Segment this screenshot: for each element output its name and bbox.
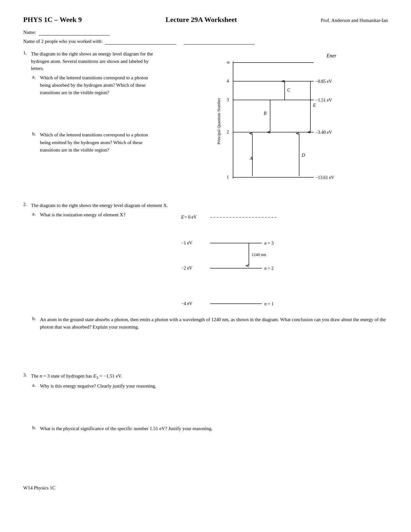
- q2a-text: What is the ionization energy of element…: [40, 211, 125, 219]
- q3a-answer-space: [23, 393, 388, 425]
- footer-space: [23, 440, 388, 466]
- q3b-text: What is the physical significance of the…: [40, 425, 212, 432]
- infinity-label: ∞: [227, 60, 230, 65]
- q3-text: The n = 3 state of hydrogen has E3 = −1.…: [31, 372, 122, 381]
- element-x-energy-diagram: E = 0 eV −1 eV n = 3 1240 nm −2 eV n = 2…: [178, 202, 288, 311]
- energy-label: Energy: [326, 53, 336, 59]
- worked-input-1[interactable]: [105, 39, 176, 44]
- neg1ev-label: −1 eV: [181, 241, 192, 245]
- q1a-text: Which of the lettered transitions corres…: [40, 74, 159, 97]
- q1a-letter: a.: [32, 74, 40, 80]
- q2-header: 2. The diagram to the right shows the en…: [23, 202, 178, 209]
- q1b-text: Which of the lettered transitions corres…: [40, 131, 159, 154]
- q3a-text: Why is this energy negative? Clearly jus…: [40, 382, 156, 390]
- energy-diagram-1-container: Energy ∞ 4 −0.85 eV 3 −1.51 eV 2 −3.40 e…: [159, 50, 388, 189]
- name-input[interactable]: [39, 30, 110, 35]
- footer: W14 Physics 1C: [23, 485, 388, 491]
- neg4ev-label: −4 eV: [181, 301, 192, 306]
- energy-3: −1.51 eV: [315, 98, 332, 103]
- energy-4: −0.85 eV: [315, 79, 332, 84]
- n1-x-label: n = 1: [264, 301, 274, 306]
- q3b-letter: b.: [32, 425, 40, 430]
- lecture-title: Lecture 29A Worksheet: [166, 15, 237, 24]
- n4-label: 4: [227, 79, 229, 84]
- q3-number: 3.: [23, 372, 31, 378]
- label-D: D: [301, 153, 305, 158]
- label-E: E: [313, 103, 316, 108]
- label-C: C: [287, 88, 290, 93]
- q3a-letter: a.: [32, 382, 40, 388]
- q2a: a. What is the ionization energy of elem…: [32, 211, 178, 219]
- e0-label: E: [181, 215, 184, 220]
- q2b-letter: b.: [32, 316, 40, 321]
- question-3-section: 3. The n = 3 state of hydrogen has E3 = …: [23, 372, 388, 432]
- q2b-answer-space: [23, 334, 388, 372]
- wavelength-label: 1240 nm: [251, 252, 266, 257]
- name-label: Name:: [23, 30, 36, 35]
- question-2-left: 2. The diagram to the right shows the en…: [23, 202, 178, 313]
- energy-1: −13.61 eV: [315, 175, 334, 180]
- n1-label: 1: [227, 175, 229, 180]
- q1-header: 1. The diagram to the right shows an ene…: [23, 50, 159, 72]
- q2b-text: An atom in the ground state absorbs a ph…: [40, 316, 388, 331]
- q3b: b. What is the physical significance of …: [32, 425, 388, 432]
- q2b: b. An atom in the ground state absorbs a…: [32, 316, 388, 331]
- label-A: A: [250, 156, 253, 161]
- q1b-letter: b.: [32, 131, 40, 137]
- q3a: a. Why is this energy negative? Clearly …: [32, 382, 388, 390]
- n2-x-label: n = 2: [264, 266, 274, 271]
- course-title: PHYS 1C – Week 9: [23, 15, 82, 24]
- footer-text: W14 Physics 1C: [23, 485, 55, 490]
- page-header: PHYS 1C – Week 9 Lecture 29A Worksheet P…: [23, 15, 388, 24]
- n3-x-label: n = 3: [264, 241, 274, 246]
- q1a: a. Which of the lettered transitions cor…: [32, 74, 159, 97]
- neg2ev-label: −2 eV: [181, 266, 192, 271]
- question-1-section: 1. The diagram to the right shows an ene…: [23, 50, 388, 189]
- question-2-section: 2. The diagram to the right shows the en…: [23, 202, 388, 313]
- energy-diagram-2-container: E = 0 eV −1 eV n = 3 1240 nm −2 eV n = 2…: [178, 202, 388, 313]
- q2a-letter: a.: [32, 211, 40, 217]
- q2-number: 2.: [23, 202, 31, 207]
- question-1-left: 1. The diagram to the right shows an ene…: [23, 50, 159, 189]
- name-line: Name:: [23, 30, 388, 35]
- n3-label: 3: [227, 97, 229, 102]
- q1-number: 1.: [23, 50, 31, 56]
- energy-2: −3.40 eV: [315, 130, 332, 135]
- hydrogen-energy-diagram: Energy ∞ 4 −0.85 eV 3 −1.51 eV 2 −3.40 e…: [210, 50, 336, 189]
- q2-text: The diagram to the right shows the energ…: [31, 202, 168, 209]
- professor-name: Prof. Anderson and Humanitar-Ian: [321, 18, 388, 23]
- worked-input-2[interactable]: [184, 39, 255, 44]
- e0-equals: = 0 eV: [184, 215, 197, 220]
- n2-label: 2: [227, 130, 229, 134]
- q1b: b. Which of the lettered transitions cor…: [32, 131, 159, 154]
- q3-header: 3. The n = 3 state of hydrogen has E3 = …: [23, 372, 388, 381]
- pqn-label: Principal Quantum Number: [216, 98, 221, 144]
- worked-line: Name of 2 people who you worked with:: [23, 39, 388, 44]
- worked-label: Name of 2 people who you worked with:: [23, 39, 103, 44]
- q1-text: The diagram to the right shows an energy…: [31, 50, 159, 72]
- label-B: B: [264, 111, 267, 116]
